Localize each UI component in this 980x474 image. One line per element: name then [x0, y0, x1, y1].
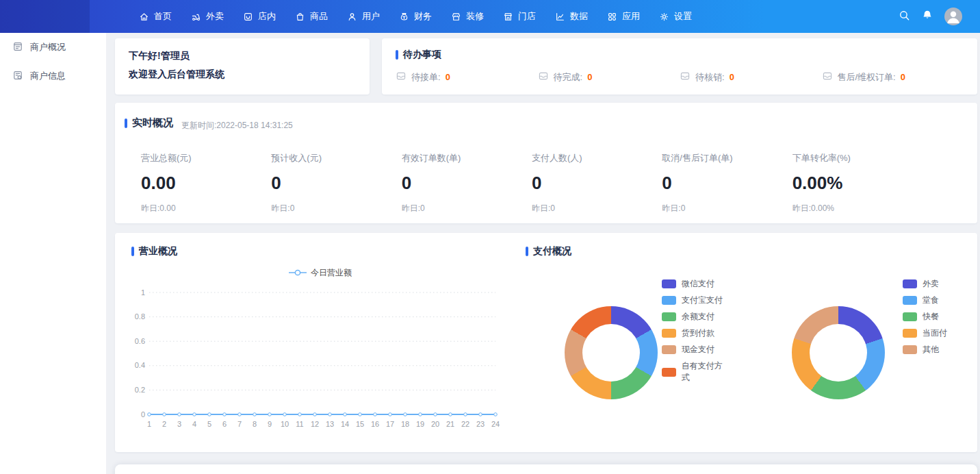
realtime-overview-card: 实时概况 更新时间:2022-05-18 14:31:25 营业总额(元) 0.…: [115, 103, 977, 223]
avatar[interactable]: [944, 8, 962, 25]
top-navbar: 首页 外卖 店内 商品 用户 财务 装修 门店: [0, 0, 980, 33]
nav-label: 财务: [414, 10, 432, 23]
decoration-icon: [451, 12, 461, 22]
store-icon: [503, 12, 513, 22]
inbox-icon: [822, 71, 833, 84]
nav-menu: 首页 外卖 店内 商品 用户 财务 装修 门店: [0, 10, 692, 23]
merchant-overview-icon: [12, 41, 23, 54]
todo-label: 售后/维权订单:: [838, 71, 896, 84]
legend-item-own-pay[interactable]: 自有支付方式: [662, 360, 730, 384]
main-content: 下午好!管理员 欢迎登入后台管理系统 待办事项 待接单: 0 待完成: 0: [106, 33, 980, 474]
finance-icon: [399, 12, 409, 22]
sidebar: 商户概况 商户信息: [0, 33, 106, 474]
legend-item-cod[interactable]: 货到付款: [662, 327, 730, 339]
nav-label: 数据: [570, 10, 588, 23]
charts-card: 营业概况 今日营业额 00.20.40.60.81123456789101112…: [115, 233, 977, 452]
svg-text:12: 12: [311, 420, 319, 428]
stat-value: 0: [402, 173, 532, 194]
svg-text:21: 21: [446, 420, 454, 428]
legend-label: 余额支付: [682, 311, 714, 323]
svg-text:13: 13: [326, 420, 334, 428]
svg-text:9: 9: [268, 420, 272, 428]
title-accent-bar: [125, 118, 127, 128]
legend-swatch: [903, 279, 917, 288]
legend-swatch: [903, 329, 917, 338]
legend-item-other[interactable]: 其他: [903, 344, 947, 356]
todo-value: 0: [587, 72, 592, 82]
order-type-legend: 外卖 堂食 快餐 当面付: [903, 278, 947, 356]
order-type-donut-chart: [792, 306, 885, 399]
search-icon[interactable]: [899, 10, 910, 24]
bottom-card-partial: [115, 464, 977, 474]
sidebar-item-label: 商户信息: [30, 70, 66, 82]
todo-item-pending-accept[interactable]: 待接单: 0: [396, 71, 538, 84]
legend-item-cash-pay[interactable]: 现金支付: [662, 344, 730, 356]
stat-yesterday: 昨日:0: [402, 203, 532, 214]
todo-item-pending-complete[interactable]: 待完成: 0: [538, 71, 680, 84]
legend-item-dine-in[interactable]: 堂食: [903, 295, 947, 306]
stat-value: 0: [271, 173, 401, 194]
nav-item-home[interactable]: 首页: [139, 10, 172, 23]
welcome-card: 下午好!管理员 欢迎登入后台管理系统: [115, 38, 370, 95]
merchant-info-icon: [12, 70, 23, 83]
settings-icon: [659, 12, 669, 22]
legend-label: 堂食: [923, 295, 939, 306]
nav-label: 装修: [466, 10, 484, 23]
sidebar-item-merchant-overview[interactable]: 商户概况: [0, 33, 106, 62]
nav-item-store[interactable]: 门店: [503, 10, 536, 23]
welcome-message: 欢迎登入后台管理系统: [129, 68, 356, 81]
nav-item-decoration[interactable]: 装修: [451, 10, 484, 23]
legend-item-takeout[interactable]: 外卖: [903, 278, 947, 290]
nav-item-apps[interactable]: 应用: [607, 10, 640, 23]
nav-item-takeout[interactable]: 外卖: [191, 10, 224, 23]
business-overview-section: 营业概况 今日营业额 00.20.40.60.81123456789101112…: [115, 245, 509, 452]
nav-item-finance[interactable]: 财务: [399, 10, 432, 23]
legend-item-fast-food[interactable]: 快餐: [903, 311, 947, 323]
line-chart-legend[interactable]: 今日营业额: [131, 267, 509, 279]
legend-swatch: [662, 279, 676, 288]
legend-item-face-pay[interactable]: 当面付: [903, 327, 947, 339]
todo-item-aftersale[interactable]: 售后/维权订单: 0: [822, 71, 964, 84]
legend-swatch: [903, 312, 917, 321]
nav-item-settings[interactable]: 设置: [659, 10, 692, 23]
nav-label: 商品: [310, 10, 328, 23]
legend-label: 微信支付: [682, 278, 714, 290]
svg-text:2: 2: [162, 420, 166, 428]
nav-item-data[interactable]: 数据: [555, 10, 588, 23]
todo-label: 待接单:: [411, 71, 441, 84]
nav-label: 首页: [154, 10, 172, 23]
legend-label: 支付宝支付: [682, 295, 723, 306]
line-legend-label: 今日营业额: [311, 267, 352, 279]
svg-text:16: 16: [371, 420, 379, 428]
legend-item-alipay[interactable]: 支付宝支付: [662, 295, 730, 306]
stat-value: 0: [532, 173, 662, 194]
inbox-icon: [680, 71, 691, 84]
svg-text:0.4: 0.4: [135, 361, 145, 369]
takeout-icon: [191, 12, 201, 22]
svg-text:1: 1: [141, 288, 145, 297]
bell-icon[interactable]: [922, 10, 933, 23]
title-accent-bar: [396, 50, 398, 60]
legend-label: 自有支付方式: [682, 360, 730, 384]
nav-item-instore[interactable]: 店内: [243, 10, 276, 23]
apps-icon: [607, 12, 617, 22]
legend-label: 外卖: [923, 278, 939, 290]
stat-yesterday: 昨日:0.00%: [792, 203, 923, 214]
nav-label: 外卖: [206, 10, 224, 23]
nav-item-users[interactable]: 用户: [347, 10, 380, 23]
svg-text:7: 7: [237, 420, 242, 428]
payment-title: 支付概况: [533, 245, 571, 258]
stat-paying-users: 支付人数(人) 0 昨日:0: [532, 152, 662, 214]
legend-item-balance-pay[interactable]: 余额支付: [662, 311, 730, 323]
svg-text:0.8: 0.8: [135, 312, 145, 321]
todo-item-pending-verify[interactable]: 待核销: 0: [680, 71, 822, 84]
nav-label: 用户: [362, 10, 380, 23]
instore-icon: [243, 12, 253, 22]
business-title: 营业概况: [139, 245, 177, 258]
sidebar-item-merchant-info[interactable]: 商户信息: [0, 62, 106, 90]
legend-item-wechat-pay[interactable]: 微信支付: [662, 278, 730, 290]
nav-item-goods[interactable]: 商品: [295, 10, 328, 23]
home-icon: [139, 12, 149, 22]
legend-swatch: [903, 296, 917, 305]
svg-text:11: 11: [296, 420, 303, 428]
